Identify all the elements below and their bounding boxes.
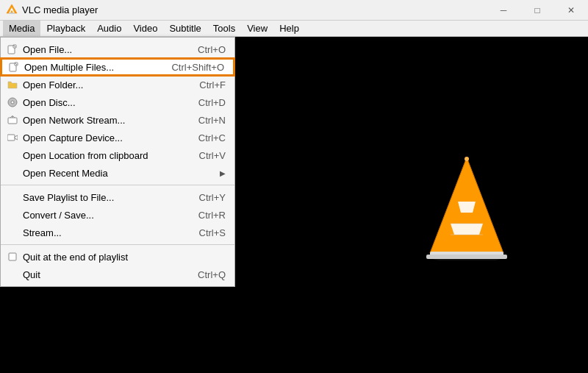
- menu-item-open-file[interactable]: Open File...Ctrl+O: [1, 40, 234, 58]
- menu-label-open-disc: Open Disc...: [23, 97, 184, 108]
- title-bar-text: VLC media player: [22, 4, 98, 15]
- menu-label-quit: Quit: [23, 269, 183, 280]
- menu-label-quit-end: Quit at the end of playlist: [23, 252, 226, 263]
- file-icon: [7, 43, 18, 55]
- shortcut-stream: Ctrl+S: [199, 227, 226, 238]
- svg-rect-23: [8, 118, 17, 124]
- shortcut-open-multiple: Ctrl+Shift+O: [171, 62, 224, 73]
- menu-label-save-playlist: Save Playlist to File...: [23, 192, 184, 203]
- menu-item-save-playlist[interactable]: Save Playlist to File...Ctrl+Y: [1, 188, 234, 206]
- shortcut-convert-save: Ctrl+R: [198, 210, 226, 221]
- menu-item-media[interactable]: Media: [3, 21, 40, 36]
- menu-item-quit-end[interactable]: Quit at the end of playlist: [1, 248, 234, 266]
- menu-item-subtitle[interactable]: Subtitle: [163, 21, 207, 36]
- svg-marker-26: [15, 135, 18, 140]
- menu-item-video[interactable]: Video: [127, 21, 163, 36]
- shortcut-save-playlist: Ctrl+Y: [199, 192, 226, 203]
- maximize-button[interactable]: □: [520, 0, 554, 21]
- menu-item-open-location[interactable]: Open Location from clipboardCtrl+V: [1, 146, 234, 164]
- menu-label-open-multiple: Open Multiple Files...: [24, 62, 157, 73]
- submenu-arrow-open-recent: ▶: [220, 169, 226, 177]
- quit-icon: [7, 269, 18, 280]
- svg-rect-27: [9, 253, 16, 260]
- shortcut-open-file: Ctrl+O: [198, 44, 226, 55]
- menu-label-stream: Stream...: [23, 227, 184, 238]
- disc-icon: [7, 96, 18, 108]
- menu-label-open-file: Open File...: [23, 44, 183, 55]
- menu-item-open-folder[interactable]: Open Folder...Ctrl+F: [1, 76, 234, 93]
- separator-after-stream: [1, 244, 234, 245]
- menu-label-convert-save: Convert / Save...: [23, 210, 184, 221]
- menu-item-tools[interactable]: Tools: [207, 21, 241, 36]
- menu-item-quit[interactable]: QuitCtrl+Q: [1, 266, 234, 283]
- window-controls: ─ □ ✕: [487, 0, 588, 21]
- svg-point-3: [9, 13, 15, 14]
- stream-icon: [7, 227, 18, 238]
- convert-icon: [7, 209, 18, 221]
- vlc-cone-icon: [419, 150, 514, 260]
- shortcut-quit: Ctrl+Q: [198, 269, 226, 280]
- menu-label-open-recent: Open Recent Media: [23, 168, 220, 179]
- menu-item-open-network[interactable]: Open Network Stream...Ctrl+N: [1, 111, 234, 129]
- menu-item-audio[interactable]: Audio: [91, 21, 127, 36]
- menu-item-help[interactable]: Help: [273, 21, 305, 36]
- network-icon: [7, 114, 18, 126]
- svg-marker-7: [451, 224, 483, 235]
- media-dropdown: Open File...Ctrl+OOpen Multiple Files...…: [0, 37, 235, 287]
- app-icon: [6, 3, 18, 17]
- folder-icon: [7, 79, 18, 90]
- menu-label-open-network: Open Network Stream...: [23, 115, 184, 126]
- menu-label-open-folder: Open Folder...: [23, 79, 184, 90]
- menu-item-convert-save[interactable]: Convert / Save...Ctrl+R: [1, 206, 234, 224]
- menu-item-open-disc[interactable]: Open Disc...Ctrl+D: [1, 93, 234, 111]
- shortcut-open-location: Ctrl+V: [199, 150, 226, 161]
- menu-label-open-capture: Open Capture Device...: [23, 132, 184, 143]
- quit-end-icon: [7, 251, 18, 263]
- minimize-button[interactable]: ─: [487, 0, 520, 21]
- svg-rect-13: [426, 255, 507, 259]
- menu-item-open-multiple[interactable]: Open Multiple Files...Ctrl+Shift+O: [1, 58, 234, 76]
- close-button[interactable]: ✕: [554, 0, 588, 21]
- shortcut-open-capture: Ctrl+C: [198, 132, 226, 143]
- shortcut-open-folder: Ctrl+F: [199, 79, 226, 90]
- svg-point-14: [465, 157, 469, 161]
- save-icon: [7, 191, 18, 203]
- menu-item-playback[interactable]: Playback: [40, 21, 91, 36]
- svg-rect-25: [7, 135, 15, 141]
- menu-item-stream[interactable]: Stream...Ctrl+S: [1, 224, 234, 241]
- files-icon: [8, 61, 20, 73]
- capture-icon: [7, 132, 18, 143]
- menu-item-view[interactable]: View: [241, 21, 273, 36]
- shortcut-open-network: Ctrl+N: [198, 115, 226, 126]
- title-bar: VLC media player ─ □ ✕: [0, 0, 588, 21]
- svg-marker-8: [458, 202, 476, 213]
- menu-item-open-capture[interactable]: Open Capture Device...Ctrl+C: [1, 129, 234, 146]
- svg-point-22: [11, 101, 14, 104]
- menu-item-open-recent[interactable]: Open Recent Media▶: [1, 164, 234, 182]
- menu-bar: MediaPlaybackAudioVideoSubtitleToolsView…: [0, 21, 588, 37]
- menu-label-open-location: Open Location from clipboard: [23, 150, 184, 161]
- separator-after-open-recent: [1, 185, 234, 185]
- shortcut-open-disc: Ctrl+D: [198, 97, 226, 108]
